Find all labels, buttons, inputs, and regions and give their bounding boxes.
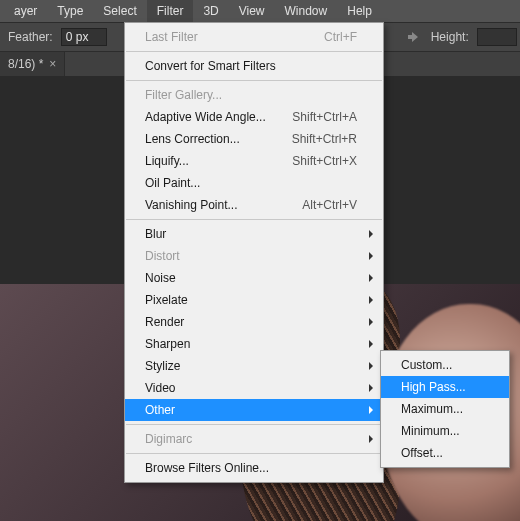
label: Other: [145, 403, 357, 417]
swap-icon[interactable]: [403, 27, 423, 47]
menu-filter[interactable]: Filter: [147, 0, 194, 22]
menu-item-other[interactable]: Other: [125, 399, 383, 421]
menu-item-distort: Distort: [125, 245, 383, 267]
chevron-right-icon: [367, 227, 375, 241]
submenu-item-minimum[interactable]: Minimum...: [381, 420, 509, 442]
menu-item-digimarc: Digimarc: [125, 428, 383, 450]
chevron-right-icon: [367, 315, 375, 329]
chevron-right-icon: [367, 249, 375, 263]
label: Maximum...: [401, 402, 483, 416]
label: Pixelate: [145, 293, 357, 307]
close-icon[interactable]: ×: [49, 57, 56, 71]
menu-item-oil[interactable]: Oil Paint...: [125, 172, 383, 194]
shortcut: Ctrl+F: [324, 30, 357, 44]
menubar: ayer Type Select Filter 3D View Window H…: [0, 0, 520, 22]
label: Video: [145, 381, 357, 395]
label: Stylize: [145, 359, 357, 373]
label: Sharpen: [145, 337, 357, 351]
label: Distort: [145, 249, 357, 263]
label: Convert for Smart Filters: [145, 59, 357, 73]
chevron-right-icon: [367, 403, 375, 417]
label: Browse Filters Online...: [145, 461, 357, 475]
feather-input[interactable]: [61, 28, 107, 46]
label: Vanishing Point...: [145, 198, 302, 212]
menu-item-lens[interactable]: Lens Correction... Shift+Ctrl+R: [125, 128, 383, 150]
menu-window[interactable]: Window: [275, 0, 338, 22]
menu-item-render[interactable]: Render: [125, 311, 383, 333]
label: Custom...: [401, 358, 483, 372]
chevron-right-icon: [367, 432, 375, 446]
menu-item-browse[interactable]: Browse Filters Online...: [125, 457, 383, 479]
submenu-item-maximum[interactable]: Maximum...: [381, 398, 509, 420]
submenu-item-offset[interactable]: Offset...: [381, 442, 509, 464]
separator: [126, 80, 382, 81]
menu-select[interactable]: Select: [93, 0, 146, 22]
label: Offset...: [401, 446, 483, 460]
menu-layer[interactable]: ayer: [4, 0, 47, 22]
height-input[interactable]: [477, 28, 517, 46]
chevron-right-icon: [367, 337, 375, 351]
menu-help[interactable]: Help: [337, 0, 382, 22]
submenu-item-high-pass[interactable]: High Pass...: [381, 376, 509, 398]
label: Filter Gallery...: [145, 88, 357, 102]
chevron-right-icon: [367, 293, 375, 307]
separator: [126, 51, 382, 52]
chevron-right-icon: [367, 271, 375, 285]
menu-item-last-filter: Last Filter Ctrl+F: [125, 26, 383, 48]
menu-item-filter-gallery: Filter Gallery...: [125, 84, 383, 106]
menu-item-noise[interactable]: Noise: [125, 267, 383, 289]
menu-item-stylize[interactable]: Stylize: [125, 355, 383, 377]
menu-3d[interactable]: 3D: [193, 0, 228, 22]
chevron-right-icon: [367, 359, 375, 373]
label: Adaptive Wide Angle...: [145, 110, 292, 124]
submenu-item-custom[interactable]: Custom...: [381, 354, 509, 376]
separator: [126, 424, 382, 425]
menu-item-convert-smart[interactable]: Convert for Smart Filters: [125, 55, 383, 77]
label: Blur: [145, 227, 357, 241]
menu-item-blur[interactable]: Blur: [125, 223, 383, 245]
tab-title: 8/16) *: [8, 57, 43, 71]
label: Last Filter: [145, 30, 324, 44]
shortcut: Shift+Ctrl+X: [292, 154, 357, 168]
menu-item-vanishing[interactable]: Vanishing Point... Alt+Ctrl+V: [125, 194, 383, 216]
label: Lens Correction...: [145, 132, 292, 146]
label: Digimarc: [145, 432, 357, 446]
filter-menu: Last Filter Ctrl+F Convert for Smart Fil…: [124, 22, 384, 483]
separator: [126, 219, 382, 220]
label: Liquify...: [145, 154, 292, 168]
menu-item-video[interactable]: Video: [125, 377, 383, 399]
shortcut: Alt+Ctrl+V: [302, 198, 357, 212]
menu-item-adaptive[interactable]: Adaptive Wide Angle... Shift+Ctrl+A: [125, 106, 383, 128]
shortcut: Shift+Ctrl+A: [292, 110, 357, 124]
label: High Pass...: [401, 380, 483, 394]
menu-item-sharpen[interactable]: Sharpen: [125, 333, 383, 355]
height-label: Height:: [431, 30, 469, 44]
menu-item-liquify[interactable]: Liquify... Shift+Ctrl+X: [125, 150, 383, 172]
shortcut: Shift+Ctrl+R: [292, 132, 357, 146]
document-tab[interactable]: 8/16) * ×: [0, 52, 65, 76]
feather-label: Feather:: [8, 30, 53, 44]
menu-item-pixelate[interactable]: Pixelate: [125, 289, 383, 311]
label: Noise: [145, 271, 357, 285]
chevron-right-icon: [367, 381, 375, 395]
label: Oil Paint...: [145, 176, 357, 190]
other-submenu: Custom... High Pass... Maximum... Minimu…: [380, 350, 510, 468]
menu-type[interactable]: Type: [47, 0, 93, 22]
separator: [126, 453, 382, 454]
label: Minimum...: [401, 424, 483, 438]
label: Render: [145, 315, 357, 329]
menu-view[interactable]: View: [229, 0, 275, 22]
